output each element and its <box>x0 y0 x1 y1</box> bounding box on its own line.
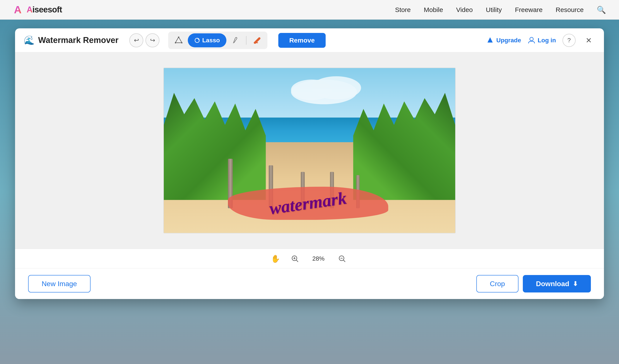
watermark-remover-icon: 🌊 <box>24 35 35 45</box>
logo-icon: A <box>13 4 24 15</box>
nav-bar: A Aiseesoft Store Mobile Video Utility F… <box>0 0 619 20</box>
new-image-button[interactable]: New Image <box>28 275 90 293</box>
svg-point-9 <box>312 76 361 99</box>
nav-video[interactable]: Video <box>456 6 473 14</box>
hand-tool-icon[interactable]: ✋ <box>271 254 280 263</box>
brush-tool-button[interactable] <box>229 33 242 47</box>
zoom-out-button[interactable] <box>336 252 348 265</box>
clouds-svg <box>280 71 368 104</box>
nav-store[interactable]: Store <box>395 6 411 14</box>
search-icon[interactable]: 🔍 <box>597 5 606 14</box>
drawing-toolbar: Lasso <box>168 32 267 49</box>
zoom-in-button[interactable] <box>289 252 301 265</box>
nav-mobile[interactable]: Mobile <box>424 6 443 14</box>
watermark-overlay: watermark <box>228 187 388 220</box>
upgrade-label: Upgrade <box>496 37 521 44</box>
header-right: Upgrade Log in ? ✕ <box>486 34 595 47</box>
eraser-tool-button[interactable] <box>250 33 264 47</box>
zoom-in-icon <box>291 255 299 263</box>
svg-line-13 <box>296 260 298 262</box>
nav-utility[interactable]: Utility <box>486 6 502 14</box>
lasso-label: Lasso <box>202 37 220 44</box>
tool-title: Watermark Remover <box>38 36 118 45</box>
close-button[interactable]: ✕ <box>582 34 595 47</box>
svg-text:A: A <box>14 4 22 15</box>
logo: A Aiseesoft <box>13 4 62 15</box>
download-label: Download <box>536 280 569 288</box>
login-label: Log in <box>538 37 556 44</box>
svg-marker-1 <box>175 37 182 43</box>
download-icon: ⬇ <box>573 280 578 287</box>
brush-icon <box>232 37 239 44</box>
logo-text: Aiseesoft <box>27 5 62 14</box>
upgrade-button[interactable]: Upgrade <box>486 36 521 44</box>
tool-window: 🌊 Watermark Remover ↩ ↪ <box>15 28 604 299</box>
login-button[interactable]: Log in <box>528 36 556 44</box>
remove-button[interactable]: Remove <box>278 33 326 48</box>
footer-right-buttons: Crop Download ⬇ <box>476 275 591 293</box>
tool-title-area: 🌊 Watermark Remover <box>24 35 118 45</box>
svg-point-6 <box>530 37 533 41</box>
redo-button[interactable]: ↪ <box>145 33 159 47</box>
eraser-icon <box>253 37 261 44</box>
undo-button[interactable]: ↩ <box>129 33 143 47</box>
zoom-level-display: 28% <box>310 255 327 262</box>
nav-freeware[interactable]: Freeware <box>515 6 543 14</box>
nav-resource[interactable]: Resource <box>556 6 584 14</box>
image-container: watermark <box>163 68 456 233</box>
polygon-icon <box>175 37 182 44</box>
canvas-bottom-bar: ✋ 28% <box>15 249 604 268</box>
footer-actions: New Image Crop Download ⬇ <box>15 268 604 299</box>
undo-redo-area: ↩ ↪ <box>129 33 159 47</box>
lasso-icon <box>194 38 200 43</box>
help-button[interactable]: ? <box>563 34 576 47</box>
canvas-area: watermark <box>15 52 604 249</box>
crop-button[interactable]: Crop <box>476 275 519 293</box>
tool-header: 🌊 Watermark Remover ↩ ↪ <box>15 28 604 52</box>
polygon-tool-button[interactable] <box>172 33 186 47</box>
upgrade-icon <box>486 36 494 44</box>
beach-scene: watermark <box>164 68 455 233</box>
user-icon <box>528 36 535 44</box>
download-button[interactable]: Download ⬇ <box>523 275 591 293</box>
lasso-tool-button[interactable]: Lasso <box>188 33 226 47</box>
svg-line-16 <box>343 260 345 262</box>
nav-links: Store Mobile Video Utility Freeware Reso… <box>395 5 606 14</box>
toolbar-divider <box>246 36 246 45</box>
zoom-out-icon <box>338 255 346 263</box>
